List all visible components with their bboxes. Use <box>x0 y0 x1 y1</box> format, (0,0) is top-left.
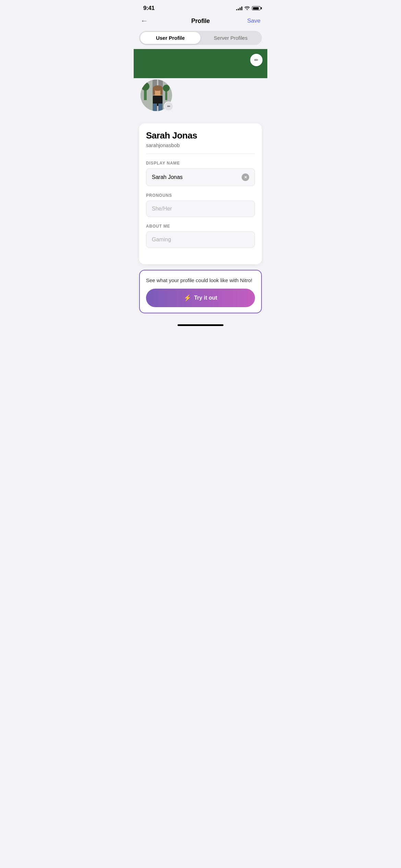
try-nitro-label: Try it out <box>194 295 217 301</box>
signal-icon <box>236 6 242 10</box>
about-me-field-group: ABOUT ME <box>146 224 255 248</box>
nitro-icon: ⚡ <box>184 294 191 302</box>
pronouns-field-group: PRONOUNS <box>146 193 255 217</box>
profile-card: Sarah Jonas sarahjonasbob DISPLAY NAME P… <box>139 123 262 264</box>
status-time: 9:41 <box>143 5 155 12</box>
wifi-icon <box>244 5 250 11</box>
profile-display-name: Sarah Jonas <box>146 130 255 141</box>
svg-rect-12 <box>153 104 157 112</box>
battery-icon <box>252 6 260 10</box>
home-bar <box>178 324 223 326</box>
status-bar: 9:41 <box>134 0 267 14</box>
pronouns-label: PRONOUNS <box>146 193 255 198</box>
page-title: Profile <box>191 17 210 25</box>
divider <box>146 154 255 154</box>
avatar-section-wrapper: ✏ <box>134 78 267 118</box>
avatar-edit-button[interactable]: ✏ <box>164 101 173 111</box>
try-nitro-button[interactable]: ⚡ Try it out <box>146 289 255 307</box>
pronouns-input[interactable] <box>152 206 249 212</box>
back-button[interactable]: ← <box>141 16 156 25</box>
svg-point-6 <box>163 85 170 92</box>
svg-rect-10 <box>160 88 162 95</box>
display-name-label: DISPLAY NAME <box>146 161 255 166</box>
home-indicator <box>134 320 267 329</box>
about-me-label: ABOUT ME <box>146 224 255 229</box>
display-name-field-group: DISPLAY NAME <box>146 161 255 186</box>
nitro-banner: See what your profile could look like wi… <box>139 270 262 313</box>
pencil-icon: ✏ <box>167 104 170 109</box>
nav-header: ← Profile Save <box>134 14 267 29</box>
status-icons <box>236 5 260 11</box>
nitro-promo-text: See what your profile could look like wi… <box>146 277 255 284</box>
svg-rect-13 <box>158 104 162 112</box>
avatar-section: ✏ <box>139 78 173 112</box>
pronouns-input-wrapper <box>146 201 255 217</box>
svg-point-4 <box>141 82 149 91</box>
pencil-icon: ✏ <box>254 57 258 63</box>
save-button[interactable]: Save <box>245 17 260 24</box>
clear-display-name-button[interactable] <box>242 173 249 181</box>
display-name-input[interactable] <box>152 174 242 180</box>
display-name-input-wrapper <box>146 168 255 186</box>
tab-server-profiles[interactable]: Server Profiles <box>200 32 261 44</box>
tab-switcher: User Profile Server Profiles <box>139 31 262 45</box>
about-me-input[interactable] <box>152 237 249 243</box>
tab-user-profile[interactable]: User Profile <box>140 32 200 44</box>
profile-username: sarahjonasbob <box>146 142 255 148</box>
svg-rect-9 <box>153 88 155 95</box>
banner-edit-button[interactable]: ✏ <box>250 54 263 66</box>
about-me-input-wrapper <box>146 231 255 248</box>
